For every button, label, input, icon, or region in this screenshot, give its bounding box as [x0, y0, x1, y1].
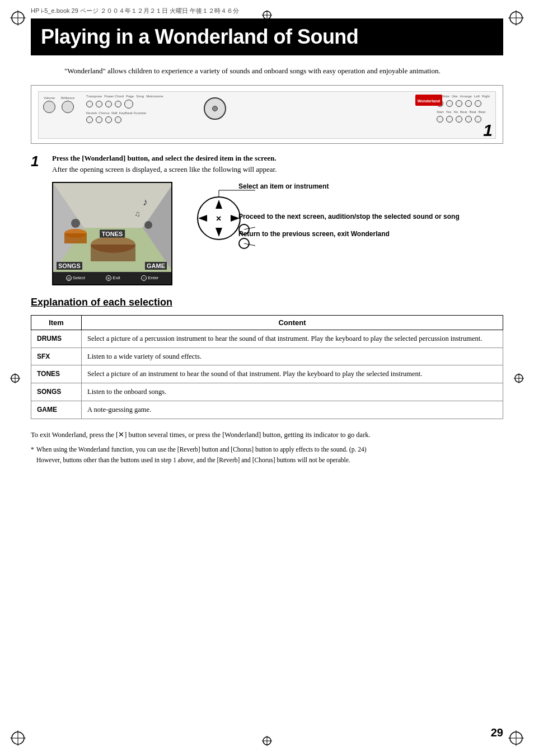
corner-registration-tl — [10, 10, 26, 26]
wonderland-button-highlight: Wonderland — [415, 95, 442, 106]
table-cell-item: SONGS — [31, 383, 82, 401]
table-cell-content: A note-guessing game. — [82, 401, 503, 419]
table-row: SONGSListen to the onboard songs. — [31, 383, 503, 401]
middle-controls: Transpose Power Chord Page Song Metronom… — [86, 95, 163, 123]
corner-registration-br — [508, 730, 524, 746]
step-number: 1 — [31, 154, 46, 174]
keyboard-panel-diagram: Volume Brilliance Transpose Power Chord … — [38, 91, 496, 139]
svg-rect-29 — [91, 245, 135, 261]
callout-2-text: Proceed to the next screen, audition/sto… — [238, 213, 460, 220]
svg-marker-39 — [198, 215, 207, 222]
step-1-block: 1 Press the [Wonderland] button, and sel… — [31, 154, 503, 174]
table-cell-item: TONES — [31, 365, 82, 383]
ws-songs-label: SONGS — [57, 262, 82, 270]
ws-bottom-bar: ◎ Select ✕ Exit ○ Enter — [53, 272, 171, 284]
svg-line-46 — [244, 218, 255, 229]
table-cell-item: DRUMS — [31, 330, 82, 348]
ws-game-label-container: GAME — [145, 261, 167, 270]
footer-exit-text: To exit Wonderland, press the [✕] button… — [31, 429, 503, 440]
table-row: DRUMSSelect a picture of a percussion in… — [31, 330, 503, 348]
step-content: Press the [Wonderland] button, and selec… — [52, 154, 503, 174]
ws-game-label: GAME — [145, 262, 167, 270]
step-sub-text: After the opening screen is displayed, a… — [52, 165, 503, 174]
table-row: TONESSelect a picture of an instrument t… — [31, 365, 503, 383]
section-heading: Explanation of each selection — [31, 297, 503, 308]
corner-registration-tr — [508, 10, 524, 26]
side-registration-bottom — [262, 736, 272, 746]
table-header-item: Item — [31, 315, 82, 330]
svg-marker-38 — [216, 228, 222, 237]
table-cell-content: Select a picture of a percussion instrum… — [82, 330, 503, 348]
scene-art: ♪ ♫ — [53, 183, 172, 273]
controller-svg: × — [188, 187, 255, 271]
table-cell-content: Listen to a wide variety of sound effect… — [82, 348, 503, 365]
page-number: 29 — [491, 726, 503, 739]
ws-exit-icon: ✕ — [106, 275, 111, 281]
callout-3: Return to the previous screen, exit Wond… — [238, 229, 460, 239]
callout-2: Proceed to the next screen, audition/sto… — [238, 212, 460, 222]
ws-enter-btn: ○ Enter — [141, 275, 158, 281]
ws-enter-icon: ○ — [141, 275, 147, 281]
table-row: GAMEA note-guessing game. — [31, 401, 503, 419]
step-instruction: Press the [Wonderland] button, and selec… — [52, 154, 503, 163]
left-knobs: Volume Brilliance — [43, 96, 74, 113]
svg-marker-40 — [231, 215, 240, 222]
controller-callout-area: × Select an item or instrument — [188, 182, 460, 274]
svg-text:♪: ♪ — [143, 196, 148, 208]
corner-registration-bl — [10, 730, 26, 746]
svg-text:×: × — [216, 214, 221, 223]
table-cell-content: Select a picture of an instrument to hea… — [82, 365, 503, 383]
footnote-2: However, buttons other than the buttons … — [31, 456, 503, 465]
right-controls: KeyNote Uke Arrange Left Right Start Yes — [437, 95, 490, 123]
intro-text: "Wonderland" allows children to experien… — [31, 65, 503, 77]
explanation-table: Item Content DRUMSSelect a picture of a … — [31, 315, 503, 419]
footnote-1: When using the Wonderland function, you … — [31, 445, 503, 454]
ws-select-icon: ◎ — [66, 275, 72, 281]
ws-select-btn: ◎ Select — [66, 275, 85, 281]
svg-point-35 — [144, 221, 152, 229]
ws-tones-label: TONES — [100, 230, 125, 238]
page-title: Playing in a Wonderland of Sound — [41, 25, 493, 49]
table-header-content: Content — [82, 315, 503, 330]
svg-point-34 — [71, 219, 80, 228]
side-registration-left — [10, 373, 20, 383]
table-row: SFXListen to a wide variety of sound eff… — [31, 348, 503, 365]
svg-marker-37 — [216, 200, 222, 209]
table-cell-content: Listen to the onboard songs. — [82, 383, 503, 401]
svg-line-47 — [244, 243, 255, 255]
callout-1: Select an item or instrument — [238, 182, 460, 191]
ws-tones-label-container: TONES — [100, 229, 125, 238]
side-registration-right — [514, 373, 524, 383]
side-registration-top — [262, 10, 272, 20]
svg-text:♫: ♫ — [134, 209, 140, 218]
svg-rect-31 — [64, 233, 87, 243]
table-cell-item: GAME — [31, 401, 82, 419]
controller-diagram: × — [188, 187, 255, 274]
ws-exit-btn: ✕ Exit — [106, 275, 120, 281]
diagram-number: 1 — [483, 121, 493, 140]
callout-texts: Select an item or instrument Proceed to … — [238, 182, 460, 239]
table-cell-item: SFX — [31, 348, 82, 365]
wonderland-area: ♪ ♫ DRUMS SFX TONES SONGS GAME — [52, 182, 503, 285]
callout-3-text: Return to the previous screen, exit Wond… — [238, 230, 390, 238]
ws-songs-label-container: SONGS — [57, 261, 82, 270]
wonderland-screen: ♪ ♫ DRUMS SFX TONES SONGS GAME — [52, 182, 172, 285]
title-block: Playing in a Wonderland of Sound — [31, 18, 503, 55]
keyboard-diagram-box: Volume Brilliance Transpose Power Chord … — [31, 85, 503, 144]
joystick-area — [204, 97, 226, 120]
